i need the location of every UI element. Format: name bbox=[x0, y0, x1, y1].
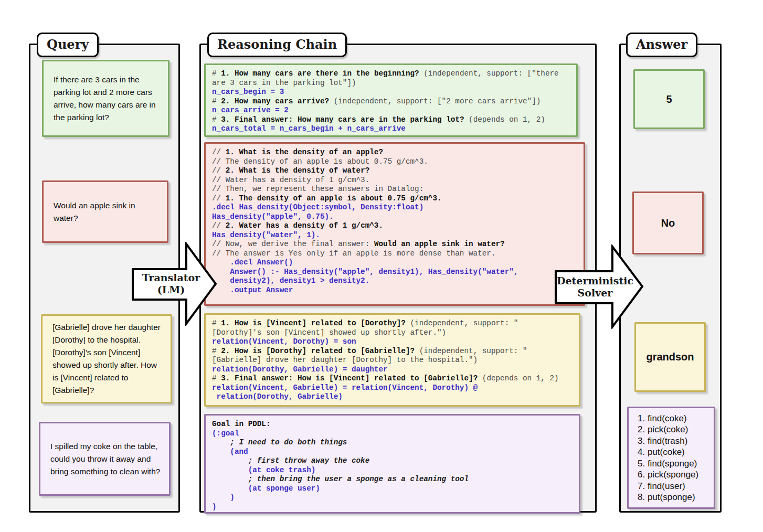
query-panel-title: Query bbox=[37, 33, 99, 57]
code-line: // Water has a density of 1 g/cm^3. bbox=[212, 176, 577, 185]
query-box-cars: If there are 3 cars in the parking lot a… bbox=[42, 60, 169, 137]
code-line: // The answer is Yes only if an apple is… bbox=[212, 249, 577, 259]
code-line: // Then, we represent these answers in D… bbox=[212, 185, 577, 194]
code-line: density2), density1 > density2. bbox=[212, 276, 577, 286]
answer-box-5: 5 bbox=[633, 69, 705, 129]
code-line: Has_density("water", 1). bbox=[212, 231, 577, 240]
query-text: Would an apple sink in water? bbox=[54, 199, 160, 225]
reasoning-block-relation: # 1. How is [Vincent] related to [Doroth… bbox=[204, 313, 580, 407]
code-line: // 1. What is the density of an apple? bbox=[212, 148, 577, 157]
code-line: .decl Answer() bbox=[212, 258, 577, 268]
code-line: (and bbox=[212, 448, 573, 457]
answer-box-grandson: grandson bbox=[634, 322, 706, 392]
query-box-apple: Would an apple sink in water? bbox=[42, 180, 168, 243]
code-line: ; first throw away the coke bbox=[212, 456, 573, 466]
answer-panel-title: Answer bbox=[626, 33, 697, 57]
code-line: ; I need to do both things bbox=[212, 438, 573, 448]
code-line: Answer() :- Has_density("apple", density… bbox=[212, 268, 577, 277]
code-line: Goal in PDDL: bbox=[212, 420, 573, 429]
answer-text: 1. find(coke) 2. pick(coke) 3. find(tras… bbox=[638, 413, 698, 503]
code-line: // 2. What is the density of water? bbox=[212, 166, 577, 176]
code-line: [Gabrielle] drove her daughter [Dorothy]… bbox=[212, 356, 573, 365]
reasoning-block-python: # 1. How many cars are there in the begi… bbox=[204, 63, 578, 137]
reasoning-panel-title: Reasoning Chain bbox=[207, 33, 347, 57]
query-text: I spilled my coke on the table, could yo… bbox=[50, 440, 162, 478]
query-text: If there are 3 cars in the parking lot a… bbox=[54, 73, 161, 124]
reasoning-panel: Reasoning Chain # 1. How many cars are t… bbox=[199, 44, 597, 513]
code-line: relation(Dorothy, Gabrielle) = daughter bbox=[212, 365, 573, 375]
figure-canvas: Query If there are 3 cars in the parking… bbox=[0, 0, 763, 532]
code-line: // The density of an apple is about 0.75… bbox=[212, 157, 577, 167]
code-line: ) bbox=[212, 503, 573, 512]
code-line: // 2. Water has a density of 1 g/cm^3. bbox=[212, 221, 577, 231]
code-line: .decl Has_density(Object:symbol, Density… bbox=[212, 203, 577, 212]
code-line: // Now, we derive the final answer: Woul… bbox=[212, 240, 577, 249]
reasoning-block-pddl: Goal in PDDL:(:goal ; I need to do both … bbox=[204, 414, 580, 514]
code-line: .output Answer bbox=[212, 286, 577, 295]
code-line: n_cars_total = n_cars_begin + n_cars_arr… bbox=[212, 124, 570, 134]
code-line: relation(Vincent, Gabrielle) = relation(… bbox=[212, 384, 573, 393]
code-line: # 2. How many cars arrive? (independent,… bbox=[212, 97, 570, 107]
answer-box-plan: 1. find(coke) 2. pick(coke) 3. find(tras… bbox=[627, 407, 715, 509]
query-text: [Gabrielle] drove her daughter [Dorothy]… bbox=[52, 321, 163, 397]
code-line: # 3. Final answer: How is [Vincent] rela… bbox=[212, 374, 573, 384]
code-line: # 1. How is [Vincent] related to [Doroth… bbox=[212, 319, 573, 328]
code-line: n_cars_arrive = 2 bbox=[212, 106, 570, 115]
code-line: [Dorothy]'s son [Vincent] showed up shor… bbox=[212, 328, 573, 338]
code-line: (at coke trash) bbox=[212, 466, 573, 475]
query-box-family: [Gabrielle] drove her daughter [Dorothy]… bbox=[41, 314, 172, 403]
query-box-coke: I spilled my coke on the table, could yo… bbox=[39, 422, 171, 496]
answer-text: 5 bbox=[666, 93, 672, 105]
code-line: # 1. How many cars are there in the begi… bbox=[212, 69, 570, 79]
code-line: ; then bring the user a sponge as a clea… bbox=[212, 475, 573, 484]
code-line: ) bbox=[212, 493, 573, 503]
code-line: relation(Vincent, Dorothy) = son bbox=[212, 337, 573, 347]
code-line: are 3 cars in the parking lot"]) bbox=[212, 79, 570, 88]
translator-right-arrow-icon bbox=[131, 242, 218, 326]
solver-right-arrow-icon bbox=[554, 244, 644, 329]
code-line: (at sponge user) bbox=[212, 484, 573, 494]
code-line: # 2. How is [Dorothy] related to [Gabrie… bbox=[212, 347, 573, 356]
code-line: relation(Dorothy, Gabrielle) bbox=[212, 392, 573, 402]
answer-text: grandson bbox=[646, 351, 694, 363]
code-line: # 3. Final answer: How many cars are in … bbox=[212, 115, 570, 125]
code-line: n_cars_begin = 3 bbox=[212, 88, 570, 97]
code-line: // 1. The density of an apple is about 0… bbox=[212, 194, 577, 204]
code-line: (:goal bbox=[212, 429, 573, 439]
answer-text: No bbox=[661, 217, 675, 229]
reasoning-block-datalog: // 1. What is the density of an apple?//… bbox=[204, 142, 585, 306]
code-line: Has_density("apple", 0.75). bbox=[212, 212, 577, 222]
